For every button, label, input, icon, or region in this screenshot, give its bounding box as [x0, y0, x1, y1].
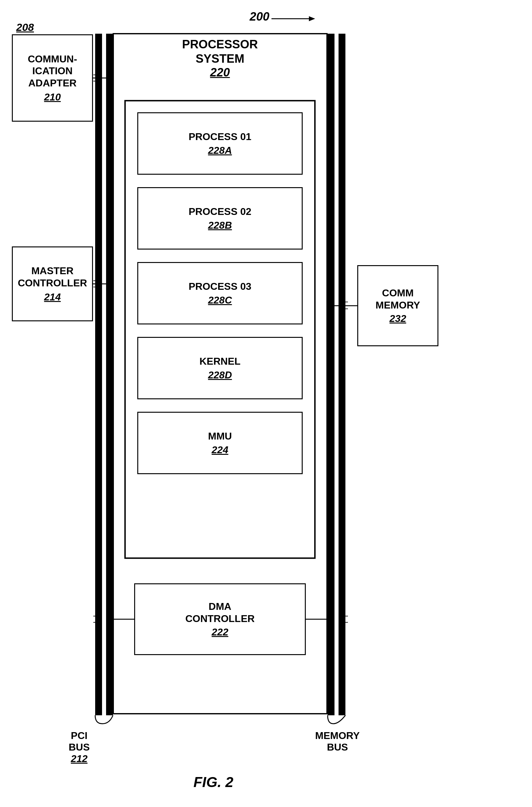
dma-id: 222 — [212, 627, 228, 638]
box-process03: PROCESS 03 228C — [137, 262, 303, 324]
svg-rect-3 — [106, 34, 113, 715]
box-process02: PROCESS 02 228B — [137, 187, 303, 250]
pci-bus-id: 212 — [69, 753, 90, 765]
process01-id: 228A — [208, 145, 232, 156]
box-mmu: MMU 224 — [137, 412, 303, 474]
box-comm-memory: COMMMEMORY 232 — [357, 265, 438, 346]
box-master-controller: MASTERCONTROLLER 214 — [12, 246, 93, 321]
processor-system-header: PROCESSORSYSTEM 220 — [123, 37, 317, 79]
comm-adapter-title: COMMUN-ICATIONADAPTER — [28, 53, 77, 89]
pci-bus-label: PCI BUS 212 — [69, 730, 90, 765]
svg-rect-4 — [328, 34, 335, 715]
figure-label: FIG. 2 — [193, 774, 233, 790]
process02-title: PROCESS 02 — [189, 206, 251, 217]
svg-rect-5 — [339, 34, 345, 715]
process02-id: 228B — [208, 219, 232, 231]
box-kernel: KERNEL 228D — [137, 337, 303, 399]
comm-memory-title: COMMMEMORY — [376, 287, 420, 311]
memory-bus-label: MEMORY BUS — [315, 730, 360, 753]
diagram-container: 200 208 COMMUN-ICATIONADAPTER 210 MASTER… — [0, 0, 532, 807]
kernel-title: KERNEL — [200, 355, 241, 367]
dma-title: DMACONTROLLER — [185, 600, 254, 625]
mmu-id: 224 — [212, 444, 228, 456]
comm-memory-id: 232 — [390, 313, 406, 324]
processor-system-title: PROCESSORSYSTEM — [123, 37, 317, 66]
process01-title: PROCESS 01 — [189, 131, 251, 142]
process03-title: PROCESS 03 — [189, 281, 251, 292]
svg-marker-1 — [309, 16, 315, 21]
master-controller-id: 214 — [44, 291, 60, 303]
label-208: 208 — [16, 21, 34, 33]
box-process01: PROCESS 01 228A — [137, 112, 303, 175]
comm-adapter-id: 210 — [44, 91, 60, 103]
kernel-id: 228D — [208, 369, 232, 381]
label-200: 200 — [250, 10, 269, 23]
memory-bus-text: MEMORY — [315, 730, 360, 742]
box-dma-controller: DMACONTROLLER 222 — [134, 583, 306, 655]
box-comm-adapter: COMMUN-ICATIONADAPTER 210 — [12, 34, 93, 122]
processor-system-id: 220 — [123, 66, 317, 79]
pci-bus-text2: BUS — [69, 742, 90, 753]
pci-bus-text: PCI — [69, 730, 90, 742]
process03-id: 228C — [208, 294, 232, 306]
mmu-title: MMU — [208, 430, 232, 442]
memory-bus-text2: BUS — [315, 742, 360, 753]
svg-rect-2 — [95, 34, 102, 715]
master-controller-title: MASTERCONTROLLER — [18, 265, 87, 289]
